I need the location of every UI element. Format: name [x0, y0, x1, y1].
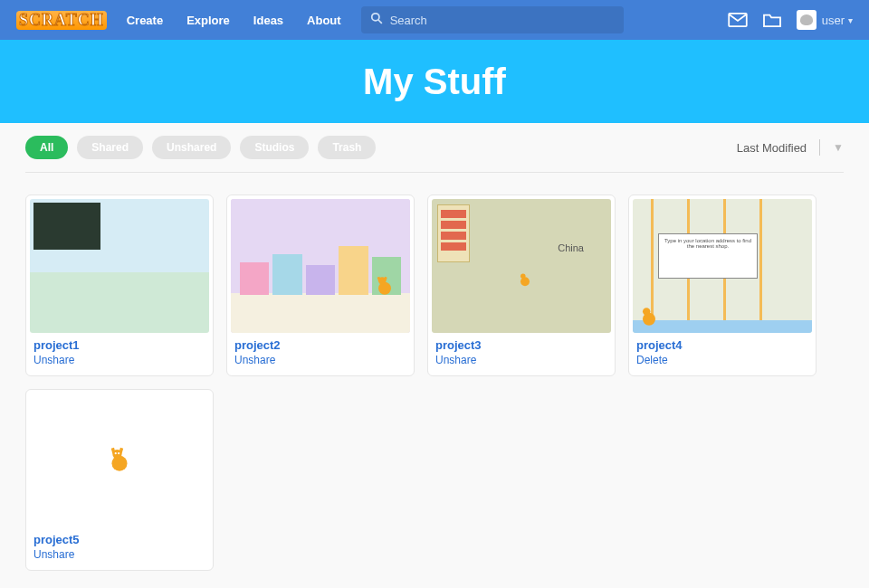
filter-shared[interactable]: Shared — [77, 136, 143, 159]
project-thumbnail — [30, 199, 209, 333]
scratch-cat-icon — [636, 304, 662, 329]
search-icon — [370, 12, 383, 28]
nav-link-about[interactable]: About — [307, 14, 341, 27]
svg-point-11 — [115, 452, 117, 454]
filter-row: All Shared Unshared Studios Trash Last M… — [25, 136, 844, 172]
svg-line-1 — [377, 20, 381, 24]
project-thumbnail: Type in your location address to find th… — [633, 199, 812, 333]
avatar — [797, 10, 816, 30]
filter-unshared[interactable]: Unshared — [152, 136, 231, 159]
project-title[interactable]: project1 — [33, 338, 205, 352]
project-thumbnail — [30, 394, 209, 527]
svg-point-6 — [520, 273, 526, 279]
content: All Shared Unshared Studios Trash Last M… — [0, 123, 869, 571]
sort-menu[interactable]: Last Modified ▼ — [737, 139, 844, 156]
svg-point-12 — [118, 452, 119, 454]
mystuff-folder-icon[interactable] — [762, 12, 782, 28]
project-action[interactable]: Unshare — [234, 354, 406, 366]
user-menu[interactable]: user ▾ — [797, 10, 853, 30]
project-action[interactable]: Delete — [636, 354, 808, 366]
username: user — [822, 14, 845, 27]
search-input[interactable] — [390, 14, 615, 27]
chevron-down-icon: ▾ — [848, 15, 853, 25]
svg-point-0 — [371, 14, 378, 21]
project-title[interactable]: project2 — [234, 338, 406, 352]
project-title[interactable]: project3 — [435, 338, 607, 352]
project-thumbnail — [231, 199, 410, 333]
page-title: My Stuff — [363, 62, 506, 102]
nav-link-create[interactable]: Create — [127, 14, 163, 27]
nav-link-explore[interactable]: Explore — [186, 14, 230, 27]
scratch-cat-icon — [372, 273, 397, 300]
scratch-cat-icon — [515, 270, 535, 291]
messages-icon[interactable] — [728, 13, 748, 27]
svg-point-5 — [520, 277, 530, 286]
map-label: China — [558, 242, 584, 253]
top-navbar: SCRATCH Create Explore Ideas About user … — [0, 0, 869, 40]
popup-text: Type in your location address to find th… — [658, 233, 758, 279]
search-bar[interactable] — [361, 6, 624, 33]
sort-label: Last Modified — [737, 141, 807, 155]
project-action[interactable]: Unshare — [33, 548, 205, 561]
nav-link-ideas[interactable]: Ideas — [253, 14, 283, 27]
project-grid: project1 Unshare project2 Unshare China — [25, 173, 844, 571]
svg-point-8 — [643, 308, 650, 315]
project-card[interactable]: project2 Unshare — [226, 194, 415, 376]
project-card[interactable]: Type in your location address to find th… — [628, 194, 816, 376]
project-card[interactable]: China project3 Unshare — [427, 194, 616, 376]
filter-studios[interactable]: Studios — [240, 136, 309, 159]
project-action[interactable]: Unshare — [435, 354, 607, 366]
project-card[interactable]: project5 Unshare — [25, 389, 214, 571]
separator — [819, 139, 820, 156]
project-card[interactable]: project1 Unshare — [25, 194, 214, 376]
project-title[interactable]: project5 — [33, 533, 205, 546]
project-action[interactable]: Unshare — [33, 354, 205, 366]
page-banner: My Stuff — [0, 40, 869, 123]
project-title[interactable]: project4 — [636, 338, 808, 352]
nav-links: Create Explore Ideas About — [127, 14, 341, 27]
scratch-cat-icon — [104, 444, 135, 477]
scratch-logo[interactable]: SCRATCH — [16, 11, 107, 30]
project-thumbnail: China — [432, 199, 611, 333]
filter-all[interactable]: All — [25, 136, 68, 159]
chevron-down-icon: ▼ — [833, 141, 844, 154]
filter-trash[interactable]: Trash — [318, 136, 376, 159]
